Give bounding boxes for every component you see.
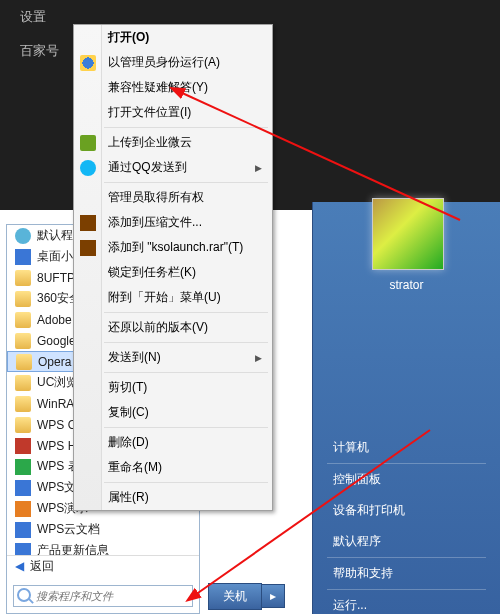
program-icon (15, 396, 31, 412)
program-label: WPS云文档 (37, 521, 100, 538)
back-button[interactable]: ◀ 返回 (7, 555, 199, 576)
program-icon (15, 522, 31, 538)
right-panel-item[interactable]: 计算机 (313, 432, 500, 463)
program-icon (15, 270, 31, 286)
program-icon (15, 333, 31, 349)
right-panel-item[interactable]: 运行... (313, 590, 500, 614)
baidu-label: 百家号 (20, 42, 59, 60)
menu-cut[interactable]: 剪切(T) (74, 375, 272, 400)
menu-add-archive[interactable]: 添加到压缩文件... (74, 210, 272, 235)
program-icon (15, 312, 31, 328)
program-label: Opera (38, 355, 71, 369)
chevron-right-icon: ▶ (255, 353, 262, 363)
search-box (13, 585, 193, 607)
username-label: strator (313, 278, 500, 292)
menu-take-ownership[interactable]: 管理员取得所有权 (74, 185, 272, 210)
right-panel-item[interactable]: 帮助和支持 (313, 558, 500, 589)
program-icon (16, 354, 32, 370)
program-icon (15, 375, 31, 391)
menu-send-to[interactable]: 发送到(N)▶ (74, 345, 272, 370)
program-icon (15, 249, 31, 265)
qq-icon (80, 160, 96, 176)
user-avatar[interactable] (372, 198, 444, 270)
menu-copy[interactable]: 复制(C) (74, 400, 272, 425)
menu-rename[interactable]: 重命名(M) (74, 455, 272, 480)
settings-label: 设置 (20, 8, 46, 26)
menu-properties[interactable]: 属性(R) (74, 485, 272, 510)
right-panel-item[interactable]: 设备和打印机 (313, 495, 500, 526)
menu-pin-start[interactable]: 附到「开始」菜单(U) (74, 285, 272, 310)
menu-add-to-rar[interactable]: 添加到 "ksolaunch.rar"(T) (74, 235, 272, 260)
rar-icon (80, 240, 96, 256)
menu-open-location[interactable]: 打开文件位置(I) (74, 100, 272, 125)
cloud-icon (80, 135, 96, 151)
program-icon (15, 417, 31, 433)
shutdown-group: 关机▸ (208, 583, 285, 610)
program-item[interactable]: 产品更新信息 (7, 540, 199, 555)
program-icon (15, 480, 31, 496)
shutdown-button[interactable]: 关机 (208, 583, 262, 610)
menu-run-as-admin[interactable]: 以管理员身份运行(A) (74, 50, 272, 75)
search-input[interactable] (13, 585, 193, 607)
menu-upload-cloud[interactable]: 上传到企业微云 (74, 130, 272, 155)
shield-icon (80, 55, 96, 71)
program-label: 产品更新信息 (37, 542, 109, 555)
menu-restore-version[interactable]: 还原以前的版本(V) (74, 315, 272, 340)
search-icon (17, 588, 31, 602)
menu-compat[interactable]: 兼容性疑难解答(Y) (74, 75, 272, 100)
program-icon (15, 459, 31, 475)
program-icon (15, 438, 31, 454)
program-icon (15, 543, 31, 556)
back-icon: ◀ (15, 559, 24, 573)
chevron-right-icon: ▶ (255, 163, 262, 173)
menu-open[interactable]: 打开(O) (74, 25, 272, 50)
shutdown-options-button[interactable]: ▸ (262, 584, 285, 608)
menu-send-qq[interactable]: 通过QQ发送到▶ (74, 155, 272, 180)
right-panel-item[interactable]: 默认程序 (313, 526, 500, 557)
program-label: Adobe (37, 313, 72, 327)
program-icon (15, 291, 31, 307)
start-right-panel: strator 计算机控制面板设备和打印机默认程序帮助和支持运行... (312, 202, 500, 614)
rar-icon (80, 215, 96, 231)
program-icon (15, 501, 31, 517)
menu-delete[interactable]: 删除(D) (74, 430, 272, 455)
program-label: 8UFTP (37, 271, 75, 285)
program-icon (15, 228, 31, 244)
back-label: 返回 (30, 558, 54, 575)
menu-pin-taskbar[interactable]: 锁定到任务栏(K) (74, 260, 272, 285)
program-item[interactable]: WPS云文档 (7, 519, 199, 540)
context-menu: 打开(O) 以管理员身份运行(A) 兼容性疑难解答(Y) 打开文件位置(I) 上… (73, 24, 273, 511)
right-panel-item[interactable]: 控制面板 (313, 464, 500, 495)
